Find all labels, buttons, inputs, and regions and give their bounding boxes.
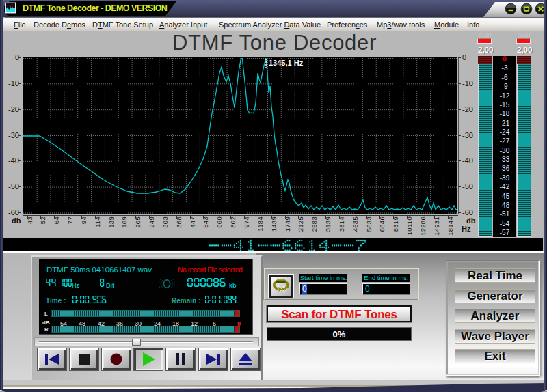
svg-text:1345,1 Hz: 1345,1 Hz — [269, 59, 304, 67]
